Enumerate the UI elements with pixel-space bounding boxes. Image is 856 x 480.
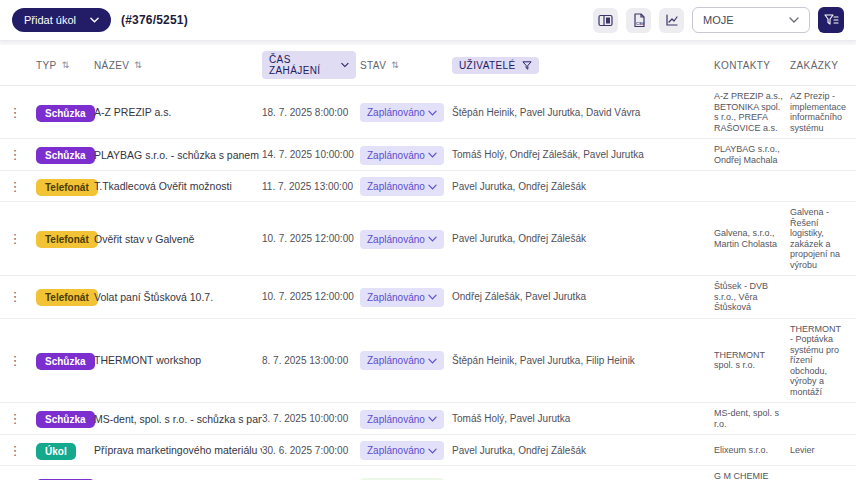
- status-select[interactable]: Zaplánováno: [360, 230, 444, 249]
- column-header-zakazky[interactable]: ZAKÁZKY: [790, 60, 856, 71]
- start-time: 14. 7. 2025 10:00:00: [262, 149, 360, 160]
- users-list: Tomáš Holý, Pavel Jurutka: [452, 413, 714, 424]
- type-badge: Schůzka: [36, 411, 95, 428]
- users-list: Ondřej Zálešák, Pavel Jurutka: [452, 291, 714, 302]
- start-time: 30. 6. 2025 7:00:00: [262, 445, 360, 456]
- type-badge: Schůzka: [36, 147, 95, 164]
- table-header-row: TYP ⇅ NÁZEV ⇅ ČAS ZAHÁJENÍ STAV ⇅ UŽIVAT…: [0, 45, 856, 86]
- chevron-down-icon: [428, 152, 437, 158]
- status-select[interactable]: Zaplánováno: [360, 441, 444, 460]
- column-header-kontakty[interactable]: KONTAKTY: [714, 60, 790, 71]
- chevron-down-icon: [428, 448, 437, 454]
- column-header-nazev[interactable]: NÁZEV ⇅: [94, 60, 262, 71]
- row-menu-icon[interactable]: ⋮: [9, 354, 22, 367]
- row-menu-icon[interactable]: ⋮: [9, 290, 22, 303]
- task-name[interactable]: Příprava marketingového materiálu viz. L…: [94, 444, 262, 456]
- filter-funnel-icon: [522, 61, 532, 70]
- view-filter-value: MOJE: [703, 14, 734, 26]
- chevron-down-icon: [90, 17, 99, 23]
- sort-desc-icon: [341, 62, 349, 68]
- status-select[interactable]: Zaplánováno: [360, 177, 444, 196]
- users-list: Tomáš Holý, Ondřej Zálešák, Pavel Jurutk…: [452, 149, 714, 160]
- tasks-table: TYP ⇅ NÁZEV ⇅ ČAS ZAHÁJENÍ STAV ⇅ UŽIVAT…: [0, 45, 856, 480]
- task-name[interactable]: A-Z PREZIP a.s.: [94, 106, 262, 118]
- table-row: ⋮ Telefonát Volat paní Štůsková 10.7. 10…: [0, 276, 856, 319]
- contacts-list: THERMONT spol. s r.o.: [714, 350, 790, 371]
- users-list: Štěpán Heinik, Pavel Jurutka, David Vávr…: [452, 107, 714, 118]
- status-select[interactable]: Zaplánováno: [360, 103, 444, 122]
- start-time: 3. 7. 2025 10:00:00: [262, 413, 360, 424]
- row-menu-icon[interactable]: ⋮: [9, 106, 22, 119]
- status-select[interactable]: Zaplánováno: [360, 288, 444, 307]
- type-badge: Úkol: [36, 443, 76, 460]
- view-columns-button[interactable]: [593, 8, 618, 33]
- contacts-list: PLAYBAG s.r.o., Ondřej Machala: [714, 144, 790, 165]
- task-name[interactable]: MS-dent, spol. s r.o. - schůzka s panem …: [94, 413, 262, 425]
- contacts-list: A-Z PREZIP a.s., BETONIKA spol. s r.o., …: [714, 91, 790, 133]
- svg-text:CSV: CSV: [636, 21, 645, 26]
- status-select[interactable]: Zaplánováno: [360, 146, 444, 165]
- chevron-down-icon: [428, 416, 437, 422]
- orders-list: Levier: [790, 445, 856, 456]
- export-csv-button[interactable]: CSV: [626, 8, 651, 33]
- add-task-button[interactable]: Přidat úkol: [12, 8, 111, 32]
- task-name[interactable]: Volat paní Štůsková 10.7.: [94, 291, 262, 303]
- row-menu-icon[interactable]: ⋮: [9, 180, 22, 193]
- table-body: ⋮ Schůzka A-Z PREZIP a.s. 18. 7. 2025 8:…: [0, 86, 856, 480]
- view-columns-icon: [598, 14, 613, 27]
- table-row: ⋮ Schůzka MS-dent, spol. s r.o. - schůzk…: [0, 403, 856, 435]
- orders-list: THERMONT - Poptávka systému pro řízení o…: [790, 324, 856, 398]
- type-badge: Schůzka: [36, 105, 95, 122]
- add-task-label: Přidat úkol: [24, 14, 76, 26]
- chevron-down-icon: [428, 294, 437, 300]
- contacts-list: Štůsek - DVB s.r.o., Věra Štůsková: [714, 281, 790, 313]
- column-header-typ[interactable]: TYP ⇅: [36, 60, 94, 71]
- task-name[interactable]: PLAYBAG s.r.o. - schůzka s panem Machalo…: [94, 149, 262, 161]
- contacts-list: MS-dent, spol. s r.o.: [714, 408, 790, 429]
- table-row: ⋮ Schůzka PLAYBAG s.r.o. - schůzka s pan…: [0, 139, 856, 171]
- users-list: Pavel Jurutka, Ondřej Zálešák: [452, 445, 714, 456]
- contacts-list: Elixeum s.r.o.: [714, 445, 790, 456]
- task-name[interactable]: Ověřit stav v Galveně: [94, 233, 262, 245]
- view-filter-select[interactable]: MOJE: [692, 7, 810, 33]
- row-menu-icon[interactable]: ⋮: [9, 148, 22, 161]
- start-time: 10. 7. 2025 12:00:00: [262, 233, 360, 244]
- top-toolbar: Přidat úkol (#376/5251) CSV MOJE: [0, 0, 856, 40]
- sort-icon[interactable]: ⇅: [134, 60, 142, 70]
- table-row: ⋮ Úkol Příprava marketingového materiálu…: [0, 435, 856, 466]
- type-badge: Schůzka: [36, 353, 95, 370]
- table-row: ⋮ Telefonát Ověřit stav v Galveně 10. 7.…: [0, 202, 856, 276]
- task-name[interactable]: T.Tkadlecová Ověřit možnosti: [94, 180, 262, 192]
- start-time: 8. 7. 2025 13:00:00: [262, 355, 360, 366]
- filter-button[interactable]: [818, 7, 844, 33]
- contacts-list: Galvena, s.r.o., Martin Cholasta: [714, 228, 790, 249]
- chevron-down-icon: [428, 110, 437, 116]
- column-header-uzivatele[interactable]: UŽIVATELÉ: [452, 57, 714, 74]
- start-time: 11. 7. 2025 13:00:00: [262, 181, 360, 192]
- row-menu-icon[interactable]: ⋮: [9, 444, 22, 457]
- task-name[interactable]: THERMONT workshop: [94, 354, 262, 366]
- status-select[interactable]: Zaplánováno: [360, 351, 444, 370]
- chart-icon: [665, 14, 679, 27]
- start-time: 10. 7. 2025 12:00:00: [262, 291, 360, 302]
- row-menu-icon[interactable]: ⋮: [9, 232, 22, 245]
- export-csv-icon: CSV: [632, 13, 646, 28]
- orders-list: Galvena - Řešení logistiky, zakázek a pr…: [790, 207, 856, 270]
- sort-icon[interactable]: ⇅: [391, 60, 399, 70]
- column-header-cas-zahajeni[interactable]: ČAS ZAHÁJENÍ: [262, 51, 360, 79]
- status-select[interactable]: Zaplánováno: [360, 410, 444, 429]
- row-menu-icon[interactable]: ⋮: [9, 412, 22, 425]
- chevron-down-icon: [789, 17, 799, 23]
- chart-view-button[interactable]: [659, 8, 684, 33]
- users-list: Pavel Jurutka, Ondřej Zálešák: [452, 181, 714, 192]
- type-badge: Telefonát: [36, 231, 98, 248]
- chevron-down-icon: [428, 236, 437, 242]
- column-header-stav[interactable]: STAV ⇅: [360, 60, 452, 71]
- type-badge: Telefonát: [36, 179, 98, 196]
- table-row: ⋮ Telefonát T.Tkadlecová Ověřit možnosti…: [0, 171, 856, 202]
- task-counter: (#376/5251): [121, 13, 188, 27]
- type-badge: Telefonát: [36, 289, 98, 306]
- start-time: 18. 7. 2025 8:00:00: [262, 107, 360, 118]
- chevron-down-icon: [428, 358, 437, 364]
- sort-icon[interactable]: ⇅: [62, 60, 70, 70]
